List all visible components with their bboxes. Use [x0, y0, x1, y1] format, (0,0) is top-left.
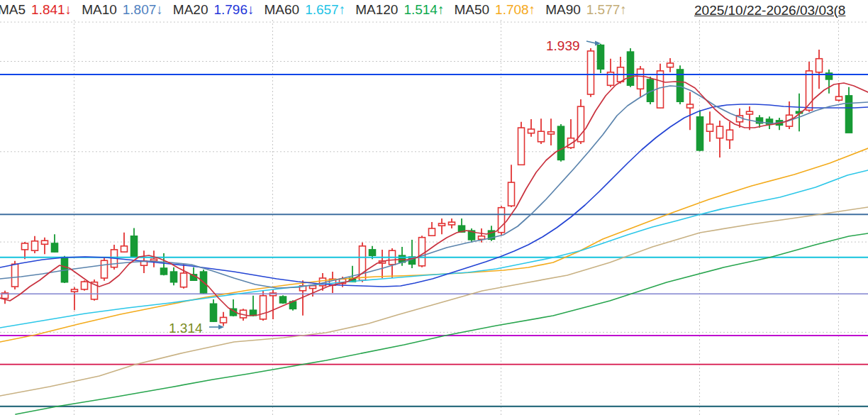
candle-body — [667, 63, 674, 67]
candle[interactable] — [42, 238, 48, 255]
candlestick-chart[interactable]: 1.9391.314 — [0, 0, 868, 415]
candle[interactable] — [558, 124, 564, 162]
annotation-label: 1.314 — [169, 321, 203, 336]
candle[interactable] — [469, 228, 475, 243]
ma-legend: MA51.841↓MA101.807↓MA201.796↓MA601.657↑M… — [0, 2, 627, 18]
candle-body — [508, 182, 515, 206]
candle[interactable] — [2, 291, 9, 304]
candle[interactable] — [638, 66, 644, 97]
candle-body — [657, 71, 664, 108]
candle[interactable] — [846, 87, 852, 133]
stock-chart-app: 1.9391.314 MA51.841↓MA101.807↓MA201.796↓… — [0, 0, 868, 415]
candle[interactable] — [101, 257, 108, 281]
candle[interactable] — [419, 236, 425, 267]
candle-body — [419, 238, 425, 266]
candle[interactable] — [598, 44, 604, 73]
candle[interactable] — [121, 233, 128, 253]
candle[interactable] — [826, 70, 833, 94]
candle-body — [538, 131, 545, 142]
candle[interactable] — [221, 312, 227, 326]
annotation-arrow — [586, 41, 596, 43]
candle-body — [260, 296, 267, 319]
ma-label: MA10 — [82, 2, 117, 18]
candle[interactable] — [181, 264, 187, 288]
candle[interactable] — [667, 58, 674, 72]
candle-body — [101, 260, 108, 278]
candle[interactable] — [22, 242, 28, 259]
candle-body — [211, 304, 217, 321]
ma-legend-item-ma20: MA201.796↓ — [173, 2, 255, 18]
candle-body — [72, 289, 78, 292]
candle[interactable] — [727, 122, 733, 149]
candle[interactable] — [260, 291, 267, 321]
candle[interactable] — [628, 48, 634, 87]
candle-body — [439, 223, 445, 226]
candle[interactable] — [747, 106, 753, 130]
candle-body — [846, 96, 852, 133]
candle[interactable] — [588, 48, 594, 97]
candle-body — [131, 236, 138, 257]
candle[interactable] — [171, 267, 177, 286]
ma-legend-item-ma10: MA101.807↓ — [82, 2, 163, 18]
candle[interactable] — [52, 234, 58, 252]
candle[interactable] — [677, 65, 684, 104]
candle-body — [181, 273, 187, 287]
candle[interactable] — [250, 296, 257, 316]
candle[interactable] — [161, 253, 167, 275]
candle-body — [628, 52, 634, 85]
candle-body — [479, 236, 485, 240]
ma-label: MA60 — [265, 2, 300, 18]
candle[interactable] — [82, 280, 88, 291]
candle[interactable] — [816, 50, 823, 89]
ma-legend-item-ma5: MA51.841↓ — [0, 2, 72, 18]
ma-label: MA50 — [454, 2, 489, 18]
candle[interactable] — [449, 218, 455, 228]
candle[interactable] — [72, 287, 78, 310]
candle[interactable] — [618, 57, 624, 84]
candle[interactable] — [608, 59, 614, 87]
candle[interactable] — [548, 118, 555, 145]
candle-body — [558, 126, 564, 160]
candle[interactable] — [230, 299, 237, 316]
candle[interactable] — [687, 92, 694, 130]
candle[interactable] — [518, 122, 525, 165]
ma-legend-item-ma120: MA1201.514↑ — [355, 2, 444, 18]
ma-legend-item-ma90: MA901.577↑ — [545, 2, 627, 18]
candle[interactable] — [211, 299, 217, 322]
candle-body — [22, 243, 28, 250]
candle[interactable] — [459, 218, 465, 233]
candle-body — [697, 117, 703, 150]
ma-value: 1.807↓ — [123, 2, 163, 18]
candle[interactable] — [389, 248, 396, 278]
candle[interactable] — [409, 240, 416, 268]
candle-body — [816, 59, 823, 72]
candle[interactable] — [508, 165, 515, 207]
candle[interactable] — [360, 243, 366, 282]
candle[interactable] — [836, 83, 842, 101]
candle-body — [32, 241, 38, 250]
candle-body — [727, 130, 733, 140]
candle[interactable] — [379, 250, 386, 278]
candle[interactable] — [429, 222, 435, 236]
candle[interactable] — [499, 206, 505, 236]
candle[interactable] — [151, 250, 157, 267]
candle-body — [429, 228, 435, 236]
date-range-label[interactable]: 2025/10/22-2026/03/03(8 — [694, 3, 845, 18]
candle[interactable] — [697, 110, 703, 151]
ma-line-ma50 — [0, 148, 868, 342]
candle[interactable] — [707, 111, 713, 142]
candle[interactable] — [439, 218, 445, 234]
candle[interactable] — [131, 228, 138, 257]
candle[interactable] — [91, 280, 98, 301]
candle-body — [747, 111, 753, 114]
candle[interactable] — [528, 119, 535, 137]
candle-body — [638, 69, 644, 89]
ma-value: 1.514↑ — [404, 2, 444, 18]
candle[interactable] — [538, 118, 545, 144]
candle[interactable] — [32, 236, 38, 253]
ma-line-ma5 — [0, 76, 868, 316]
candle[interactable] — [280, 295, 286, 304]
candle[interactable] — [310, 285, 316, 297]
candle[interactable] — [657, 64, 664, 109]
candle[interactable] — [786, 101, 793, 129]
